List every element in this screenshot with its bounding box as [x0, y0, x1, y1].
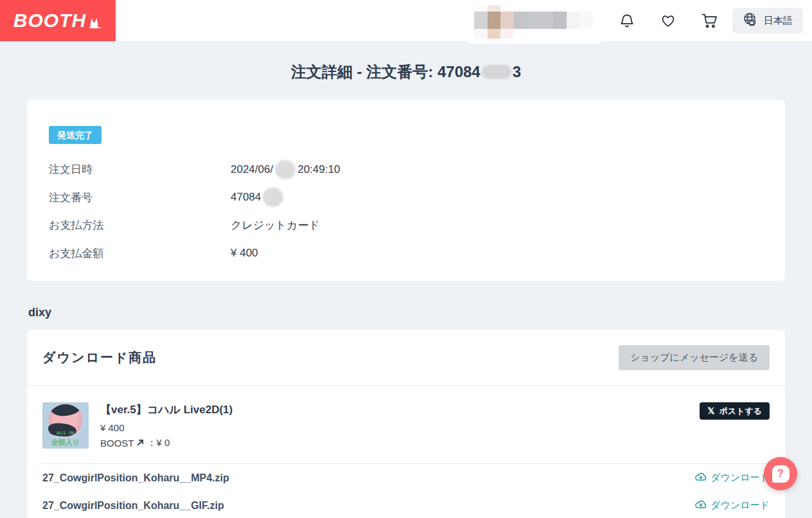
download-link-gif[interactable]: ダウンロード — [694, 498, 770, 513]
download-link-mp4[interactable]: ダウンロード — [694, 470, 770, 485]
globe-icon — [743, 12, 758, 30]
shop-name[interactable]: dixy — [28, 306, 51, 319]
language-label: 日本語 — [764, 15, 793, 27]
booth-rabbit-icon — [88, 17, 102, 31]
cart-icon[interactable] — [691, 3, 727, 39]
cloud-download-icon — [694, 470, 707, 485]
file-row: 27_CowgirlPosition_Koharu__GIF.zip ダウンロー… — [27, 492, 785, 518]
cloud-download-icon — [694, 498, 707, 513]
help-question-icon: ? — [772, 465, 790, 483]
language-selector[interactable]: 日本語 — [732, 8, 803, 33]
order-summary-card: 発送完了 注文日時 2024/06/ 20:49:10 注文番号 47084 お… — [27, 100, 785, 281]
payment-method-label: お支払方法 — [49, 218, 231, 233]
payment-amount-value: ¥ 400 — [231, 247, 258, 260]
order-number-value: 47084 — [231, 188, 285, 207]
status-badge: 発送完了 — [49, 126, 102, 144]
file-row: 27_CowgirlPosition_Koharu__MP4.zip ダウンロー… — [27, 464, 785, 492]
censored-order-digits — [482, 65, 511, 79]
order-date-label: 注文日時 — [49, 162, 231, 177]
order-date-row: 注文日時 2024/06/ 20:49:10 — [49, 156, 763, 184]
notifications-bell-icon[interactable] — [609, 3, 645, 39]
x-logo-icon: 𝕏 — [707, 406, 714, 416]
file-link-gif[interactable]: 27_CowgirlPosition_Koharu__GIF.zip — [42, 500, 224, 512]
booth-logo[interactable]: BOOTH — [0, 0, 116, 41]
payment-method-row: お支払方法 クレジットカード — [49, 211, 763, 240]
censored-username[interactable] — [474, 5, 593, 39]
file-link-mp4[interactable]: 27_CowgirlPosition_Koharu__MP4.zip — [42, 472, 229, 484]
product-price: ¥ 400 — [100, 422, 770, 433]
product-title-link[interactable]: 【ver.5】コハル Live2D(1) — [100, 402, 233, 417]
message-shop-button[interactable]: ショップにメッセージを送る — [619, 345, 770, 370]
page-title: 注文詳細 - 注文番号: 47084 3 — [291, 62, 521, 82]
order-date-value: 2024/06/ 20:49:10 — [231, 160, 340, 179]
censored-date-day — [275, 160, 296, 179]
thumbnail-character — [47, 404, 84, 442]
section-title: ダウンロード商品 — [42, 349, 157, 366]
product-boost: BOOST ：¥ 0 — [100, 437, 770, 449]
censored-order-number — [263, 188, 283, 207]
top-header: BOOTH — [0, 0, 812, 41]
payment-amount-row: お支払金額 ¥ 400 — [49, 240, 763, 268]
product-thumbnail[interactable]: ALL IN 全部入り — [42, 402, 89, 449]
wishlist-heart-icon[interactable] — [650, 3, 686, 39]
censored-dropdown — [469, 39, 601, 44]
order-number-row: 注文番号 47084 — [49, 184, 763, 212]
help-button[interactable]: ? — [764, 457, 797, 490]
download-items-card: ダウンロード商品 ショップにメッセージを送る ALL IN 全部入り 【ver.… — [27, 330, 785, 518]
order-number-label: 注文番号 — [49, 190, 231, 205]
payment-method-value: クレジットカード — [231, 218, 320, 233]
payment-amount-label: お支払金額 — [49, 246, 231, 261]
boost-arrow-icon — [136, 438, 145, 449]
product-row: ALL IN 全部入り 【ver.5】コハル Live2D(1) ¥ 400 B… — [27, 386, 785, 463]
booth-logo-text: BOOTH — [13, 11, 86, 30]
post-to-x-button[interactable]: 𝕏 ポストする — [700, 402, 770, 420]
